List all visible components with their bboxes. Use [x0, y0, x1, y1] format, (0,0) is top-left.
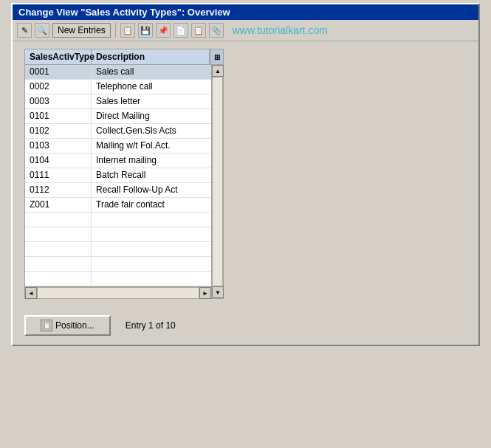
cell-code: 0001 [25, 65, 92, 79]
save-icon[interactable]: 💾 [138, 23, 153, 38]
cell-empty [25, 242, 92, 256]
table-row[interactable]: 0102 Collect.Gen.Sls Acts [25, 124, 211, 139]
cell-empty [92, 213, 211, 227]
cell-empty [25, 227, 92, 241]
table-row[interactable]: 0104 Internet mailing [25, 154, 211, 168]
scroll-right-btn[interactable]: ► [199, 287, 211, 299]
table-row[interactable]: 0101 Direct Mailing [25, 109, 211, 124]
table-row-empty [25, 272, 211, 286]
cell-code: 0101 [25, 109, 92, 123]
scroll-up-btn[interactable]: ▲ [212, 65, 224, 77]
cell-desc: Sales call [92, 65, 211, 79]
h-scrollbar[interactable]: ◄ ► [25, 286, 211, 298]
down-arrow-icon: ▼ [215, 289, 221, 296]
cell-code: 0103 [25, 139, 92, 153]
cell-empty [92, 257, 211, 271]
cell-code: 0111 [25, 168, 92, 182]
watermark: www.tutorialkart.com [233, 24, 328, 36]
scroll-down-btn[interactable]: ▼ [212, 286, 224, 298]
cell-desc: Sales letter [92, 94, 211, 108]
v-scroll-track[interactable] [212, 77, 223, 286]
position-label: Position... [55, 320, 95, 331]
copy-icon[interactable]: 📋 [120, 23, 135, 38]
cell-code: 0003 [25, 94, 92, 108]
grid-icon: ⊞ [214, 53, 220, 61]
table-row-empty [25, 227, 211, 242]
position-button[interactable]: 📋 Position... [24, 315, 111, 336]
entry-info: Entry 1 of 10 [126, 320, 176, 331]
cell-empty [92, 272, 211, 286]
table-row[interactable]: 0103 Mailing w/t Fol.Act. [25, 139, 211, 154]
table-row[interactable]: 0001 Sales call [25, 65, 211, 80]
table-data: 0001 Sales call 0002 Telephone call 0003… [25, 65, 211, 298]
cell-empty [25, 213, 92, 227]
cell-empty [25, 272, 92, 286]
title-bar: Change View "Sales Activity Types": Over… [13, 4, 478, 20]
column-settings-icon[interactable]: ⊞ [210, 49, 223, 64]
table-row-empty [25, 257, 211, 272]
cell-empty [25, 257, 92, 271]
table-row[interactable]: 0003 Sales letter [25, 94, 211, 109]
table-row[interactable]: 0002 Telephone call [25, 80, 211, 94]
cell-desc: Internet mailing [92, 154, 211, 168]
cell-desc: Direct Mailing [92, 109, 211, 123]
cell-empty [92, 227, 211, 241]
new-entries-label: New Entries [58, 25, 106, 35]
find-icon[interactable]: 🔍 [35, 23, 49, 38]
col-header-code: SalesActivType [25, 49, 92, 64]
cell-desc: Trade fair contact [92, 198, 211, 212]
cell-desc: Batch Recall [92, 168, 211, 182]
new-entries-button[interactable]: New Entries [52, 23, 111, 38]
doc-icon[interactable]: 📄 [174, 23, 188, 38]
table-container: SalesActivType Description ⊞ 0001 Sales … [24, 49, 224, 299]
cell-desc: Recall Follow-Up Act [92, 183, 211, 197]
h-scroll-track[interactable] [37, 287, 199, 299]
cell-code: 0104 [25, 154, 92, 168]
edit-icon[interactable]: ✎ [17, 23, 32, 38]
cell-desc: Collect.Gen.Sls Acts [92, 124, 211, 138]
table-body-wrapper: 0001 Sales call 0002 Telephone call 0003… [25, 65, 223, 298]
table-row[interactable]: Z001 Trade fair contact [25, 198, 211, 213]
toolbar: ✎ 🔍 New Entries 📋 💾 📌 📄 📋 📎 www.tutorial… [13, 20, 478, 41]
cell-desc: Mailing w/t Fol.Act. [92, 139, 211, 153]
cell-code: 0002 [25, 80, 92, 94]
table-row[interactable]: 0111 Batch Recall [25, 168, 211, 183]
cell-code: Z001 [25, 198, 92, 212]
cell-code: 0102 [25, 124, 92, 138]
table-row-empty [25, 242, 211, 257]
cell-desc: Telephone call [92, 80, 211, 94]
v-scrollbar[interactable]: ▲ ▼ [211, 65, 223, 298]
col-header-desc: Description [92, 49, 210, 64]
cell-empty [92, 242, 211, 256]
up-arrow-icon: ▲ [215, 68, 221, 75]
table-row[interactable]: 0112 Recall Follow-Up Act [25, 183, 211, 198]
position-icon: 📋 [41, 320, 52, 331]
separator-1 [115, 23, 116, 38]
scroll-left-btn[interactable]: ◄ [25, 287, 37, 299]
bottom-bar: 📋 Position... Entry 1 of 10 [13, 306, 478, 345]
main-content: SalesActivType Description ⊞ 0001 Sales … [13, 41, 478, 306]
pin-icon[interactable]: 📌 [156, 23, 171, 38]
right-arrow-icon: ► [202, 290, 208, 297]
left-arrow-icon: ◄ [28, 290, 34, 297]
table-icon[interactable]: 📋 [191, 23, 206, 38]
cell-code: 0112 [25, 183, 92, 197]
clip-icon[interactable]: 📎 [209, 23, 224, 38]
table-row-empty [25, 213, 211, 227]
table-header: SalesActivType Description ⊞ [25, 49, 223, 65]
page-title: Change View "Sales Activity Types": Over… [18, 7, 230, 18]
